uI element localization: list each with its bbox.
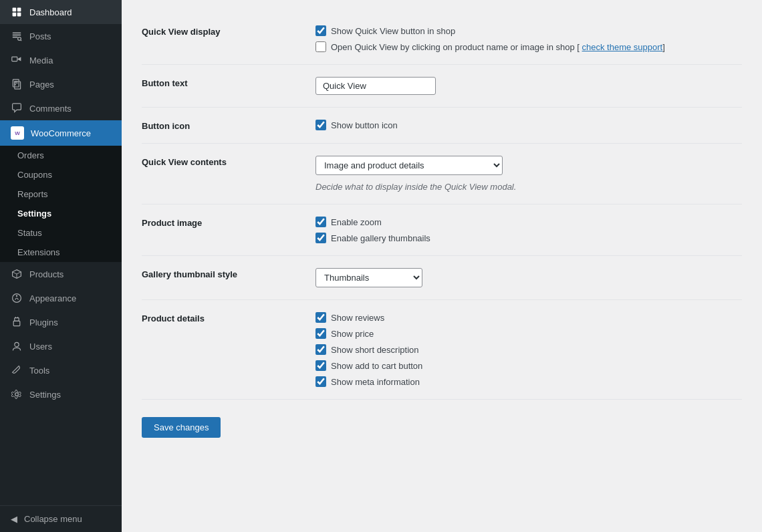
sidebar-woo-label: WooCommerce [31,128,91,138]
svg-point-7 [18,37,21,41]
show-short-description-label: Show short description [331,345,419,355]
sidebar-item-users[interactable]: Users [0,334,122,358]
svg-rect-9 [12,57,17,61]
show-button-icon-label: Show button icon [331,120,398,130]
posts-icon [11,30,23,42]
open-quick-view-label: Open Quick View by clicking on product n… [331,42,665,52]
show-quick-view-checkbox[interactable] [315,25,326,36]
show-button-icon-checkbox[interactable] [315,120,326,130]
sidebar-item-appearance-label: Appearance [29,293,76,303]
svg-rect-5 [13,35,21,36]
show-short-description-checkbox[interactable] [315,344,326,355]
quick-view-contents-select[interactable]: Image and product details Image only Pro… [315,156,503,175]
sidebar-item-settings-label: Settings [29,390,61,400]
show-price-label: Show price [331,329,374,339]
collapse-label: Collapse menu [24,514,82,524]
quick-view-contents-label: Quick View contents [142,156,315,167]
tools-icon [11,364,23,376]
sidebar-item-users-label: Users [29,342,52,352]
pages-icon [11,78,23,90]
show-price-checkbox[interactable] [315,328,326,339]
sidebar-item-woocommerce[interactable]: W WooCommerce [0,120,122,146]
svg-rect-6 [13,37,18,38]
svg-rect-1 [17,8,21,12]
dashboard-icon [11,6,23,18]
show-add-to-cart-row: Show add to cart button [315,360,742,371]
sidebar-item-pages-label: Pages [29,80,54,90]
check-theme-support-link[interactable]: check theme support [582,42,663,52]
sidebar-sub-status[interactable]: Status [0,223,122,243]
svg-point-26 [15,393,19,396]
sidebar: Dashboard Posts Media Pages Comments W W… [0,0,122,532]
sidebar-item-products-label: Products [29,269,64,279]
sidebar-item-media-label: Media [29,55,53,65]
sidebar-item-posts[interactable]: Posts [0,24,122,48]
svg-rect-22 [13,321,20,325]
enable-gallery-thumbnails-row: Enable gallery thumbnails [315,233,742,243]
button-icon-label: Button icon [142,120,315,131]
svg-rect-3 [17,13,21,17]
button-icon-field: Show button icon [315,120,742,130]
quick-view-contents-row: Quick View contents Image and product de… [142,144,742,205]
enable-gallery-thumbnails-checkbox[interactable] [315,233,326,243]
sidebar-item-settings[interactable]: Settings [0,382,122,406]
sidebar-item-dashboard[interactable]: Dashboard [0,0,122,24]
sidebar-item-appearance[interactable]: Appearance [0,286,122,310]
show-add-to-cart-checkbox[interactable] [315,360,326,371]
svg-rect-21 [15,318,19,321]
save-changes-button[interactable]: Save changes [142,417,221,438]
sidebar-item-comments[interactable]: Comments [0,96,122,120]
enable-gallery-thumbnails-label: Enable gallery thumbnails [331,233,430,243]
button-text-input[interactable] [315,77,436,95]
sidebar-item-pages[interactable]: Pages [0,72,122,96]
svg-line-17 [13,272,17,274]
svg-point-25 [15,342,19,346]
quick-view-display-field: Show Quick View button in shop Open Quic… [315,25,742,52]
product-details-label: Product details [142,312,315,323]
product-image-field: Enable zoom Enable gallery thumbnails [315,217,742,243]
gallery-thumbnail-style-row: Gallery thumbnail style Thumbnails Horiz… [142,256,742,300]
sidebar-item-media[interactable]: Media [0,48,122,72]
comments-icon [11,102,23,114]
gallery-thumbnail-style-select[interactable]: Thumbnails Horizontal Vertical [315,268,422,287]
enable-zoom-row: Enable zoom [315,217,742,227]
sidebar-sub-settings[interactable]: Settings [0,204,122,223]
appearance-icon [11,292,23,304]
enable-zoom-checkbox[interactable] [315,217,326,227]
show-reviews-checkbox[interactable] [315,312,326,323]
show-short-description-row: Show short description [315,344,742,355]
woo-icon: W [11,126,24,140]
sidebar-sub-extensions[interactable]: Extensions [0,243,122,262]
save-button-row: Save changes [142,400,742,448]
sidebar-sub-orders[interactable]: Orders [0,146,122,165]
sidebar-sub-coupons[interactable]: Coupons [0,165,122,184]
sidebar-item-tools-label: Tools [29,366,49,376]
sidebar-item-tools[interactable]: Tools [0,358,122,382]
svg-rect-0 [13,8,17,12]
quick-view-contents-desc: Decide what to display inside the Quick … [315,182,742,192]
sidebar-item-plugins[interactable]: Plugins [0,310,122,334]
main-content: Quick View display Show Quick View butto… [122,0,762,532]
sidebar-item-dashboard-label: Dashboard [29,7,72,17]
enable-zoom-label: Enable zoom [331,217,382,227]
gallery-thumbnail-style-label: Gallery thumbnail style [142,268,315,279]
settings-icon [11,388,23,400]
show-meta-information-row: Show meta information [315,376,742,387]
show-reviews-label: Show reviews [331,313,384,323]
show-meta-information-label: Show meta information [331,377,420,387]
button-text-row: Button text [142,65,742,108]
show-button-icon-checkbox-row: Show button icon [315,120,742,130]
show-meta-information-checkbox[interactable] [315,376,326,387]
sidebar-item-products[interactable]: Products [0,262,122,286]
collapse-icon: ◀ [11,514,17,524]
collapse-menu[interactable]: ◀ Collapse menu [0,505,122,532]
quick-view-contents-field: Image and product details Image only Pro… [315,156,742,192]
svg-line-8 [21,40,21,41]
button-icon-row: Button icon Show button icon [142,108,742,144]
woocommerce-submenu: Orders Coupons Reports Settings Status E… [0,146,122,262]
button-text-label: Button text [142,77,315,88]
product-image-label: Product image [142,217,315,228]
open-quick-view-checkbox[interactable] [315,41,326,52]
sidebar-item-comments-label: Comments [29,104,72,114]
sidebar-sub-reports[interactable]: Reports [0,184,122,204]
